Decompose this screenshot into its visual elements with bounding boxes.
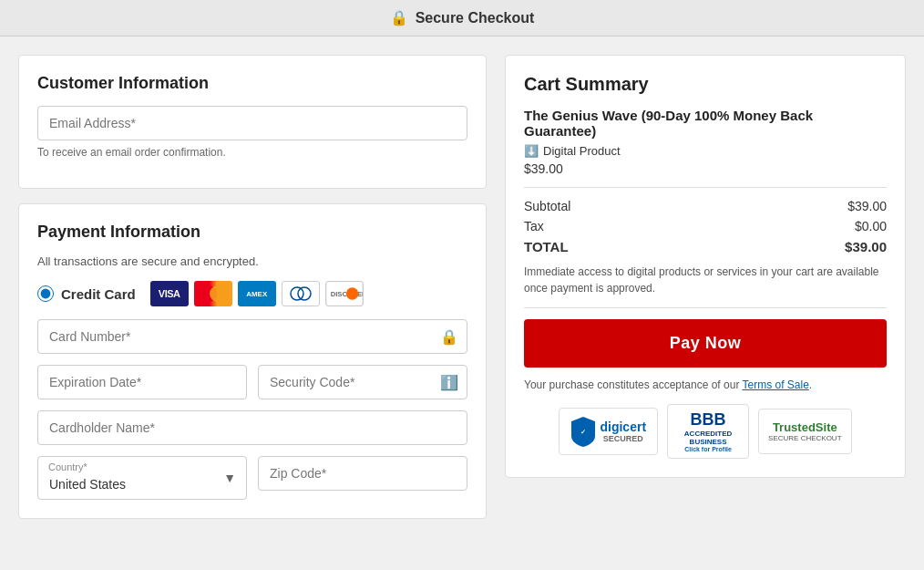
main-layout: Customer Information To receive an email…	[0, 36, 924, 537]
payment-info-card: Payment Information All transactions are…	[18, 203, 487, 519]
credit-card-radio[interactable]	[37, 285, 54, 302]
bbb-profile: Click for Profile	[684, 446, 732, 452]
payment-subtitle: All transactions are secure and encrypte…	[37, 254, 467, 268]
credit-card-label[interactable]: Credit Card	[37, 285, 136, 302]
customer-info-card: Customer Information To receive an email…	[18, 55, 487, 189]
terms-link[interactable]: Terms of Sale	[743, 378, 809, 391]
email-hint: To receive an email order confirmation.	[37, 146, 467, 159]
subtotal-row: Subtotal $39.00	[524, 199, 887, 213]
expiry-security-row: ℹ️	[37, 365, 467, 399]
country-group: Country* United States Canada United Kin…	[37, 456, 247, 500]
digital-badge: ⬇️ Digital Product	[524, 144, 887, 158]
tax-row: Tax $0.00	[524, 219, 887, 233]
pay-now-button[interactable]: Pay Now	[524, 319, 887, 368]
digicert-shield-icon: ✓	[570, 416, 596, 447]
cart-title: Cart Summary	[524, 74, 887, 95]
access-note: Immediate access to digital products or …	[524, 264, 887, 296]
security-group: ℹ️	[258, 365, 467, 399]
download-icon: ⬇️	[524, 144, 539, 158]
subtotal-label: Subtotal	[524, 199, 570, 213]
payment-section-title: Payment Information	[37, 223, 467, 242]
amex-icon: AMEX	[238, 281, 276, 306]
terms-prefix: Your purchase constitutes acceptance of …	[524, 378, 743, 391]
terms-text: Your purchase constitutes acceptance of …	[524, 378, 887, 391]
divider-2	[524, 307, 887, 308]
total-value: $39.00	[845, 239, 887, 254]
bbb-logo: BBB	[691, 410, 726, 430]
card-number-group: 🔒	[37, 319, 467, 354]
country-label: Country*	[48, 461, 87, 472]
card-icons: VISA AMEX	[150, 281, 364, 306]
email-input[interactable]	[37, 106, 467, 140]
divider-1	[524, 187, 887, 188]
digicert-sub: SECURED	[600, 434, 646, 443]
email-form-group: To receive an email order confirmation.	[37, 106, 467, 159]
expiry-input[interactable]	[37, 365, 247, 399]
bbb-business: BUSINESS	[690, 438, 727, 446]
customer-section-title: Customer Information	[37, 74, 467, 93]
left-panel: Customer Information To receive an email…	[18, 55, 487, 519]
header-title: Secure Checkout	[416, 10, 535, 26]
svg-point-4	[346, 287, 358, 299]
country-zip-row: Country* United States Canada United Kin…	[37, 456, 467, 500]
cart-summary-panel: Cart Summary The Genius Wave (90-Day 100…	[505, 55, 906, 478]
bbb-badge: BBB ACCREDITED BUSINESS Click for Profil…	[667, 404, 749, 459]
diners-icon	[282, 281, 320, 306]
trust-badges: ✓ digicert SECURED BBB ACCREDITED BUSINE…	[524, 404, 887, 459]
svg-point-1	[298, 287, 311, 300]
svg-text:✓: ✓	[580, 429, 586, 435]
digicert-label: digicert	[600, 420, 646, 434]
zip-input[interactable]	[258, 456, 467, 491]
tax-value: $0.00	[855, 219, 887, 233]
mastercard-icon	[194, 281, 232, 306]
checkout-header: 🔒 Secure Checkout	[0, 0, 924, 36]
card-number-input[interactable]	[37, 319, 467, 354]
tax-label: Tax	[524, 219, 544, 233]
trusted-sub: SECURE CHECKOUT	[768, 434, 841, 442]
svg-point-0	[291, 287, 303, 300]
terms-suffix: .	[809, 378, 812, 391]
cardholder-group	[37, 410, 467, 445]
product-name: The Genius Wave (90-Day 100% Money Back …	[524, 108, 887, 139]
security-code-input[interactable]	[258, 365, 467, 399]
payment-methods-row: Credit Card VISA AMEX	[37, 281, 467, 306]
digicert-badge: ✓ digicert SECURED	[559, 408, 658, 455]
lock-card-icon: 🔒	[440, 328, 458, 346]
expiry-group	[37, 365, 247, 399]
discover-icon: DISCOVER	[325, 281, 364, 306]
visa-icon: VISA	[150, 281, 189, 306]
digital-label: Digital Product	[543, 144, 621, 158]
product-price: $39.00	[524, 161, 887, 176]
cardholder-input[interactable]	[37, 410, 467, 445]
trustedsite-badge: TrustedSite SECURE CHECKOUT	[758, 409, 851, 454]
total-row: TOTAL $39.00	[524, 239, 887, 254]
total-label: TOTAL	[524, 239, 569, 254]
subtotal-value: $39.00	[847, 199, 887, 213]
trusted-label: TrustedSite	[773, 420, 837, 434]
lock-icon: 🔒	[390, 9, 408, 26]
credit-card-text: Credit Card	[61, 286, 136, 302]
bbb-accredited: ACCREDITED	[684, 430, 732, 438]
info-icon: ℹ️	[440, 374, 458, 391]
zip-group	[258, 456, 467, 500]
